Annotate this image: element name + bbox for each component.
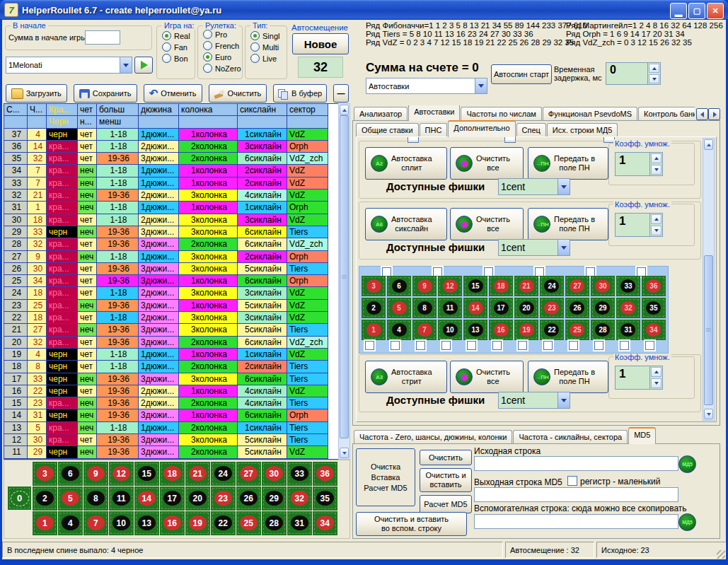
coef-spinner[interactable]: 1 (615, 213, 663, 237)
radio-roulette-french[interactable]: French (203, 41, 242, 50)
spin-down-icon[interactable] (651, 378, 661, 388)
md5-icon[interactable]: МД5 (678, 513, 696, 531)
radio-type-live[interactable]: Live (250, 54, 287, 63)
board-cell-17[interactable]: 17 (489, 298, 513, 318)
radio-dot-icon[interactable] (162, 54, 171, 63)
board-cell-26[interactable]: 26 (236, 487, 261, 511)
radio-type-multi[interactable]: Multi (250, 42, 287, 52)
board-cell-16[interactable]: 16 (160, 511, 185, 535)
close-button[interactable]: ✕ (707, 3, 724, 19)
board-cell-24[interactable]: 24 (540, 276, 564, 296)
board-cell-10[interactable]: 10 (109, 511, 134, 535)
board-cell-22[interactable]: 22 (211, 511, 236, 535)
board-cell-11[interactable]: 11 (438, 298, 462, 318)
street-checkbox[interactable] (594, 341, 603, 350)
board-cell-14[interactable]: 14 (463, 298, 487, 318)
board-cell-28[interactable]: 28 (591, 320, 615, 340)
board-cell-20[interactable]: 20 (185, 487, 210, 511)
radio-dot-icon[interactable] (162, 31, 171, 40)
tab-scroll-left[interactable] (696, 108, 708, 120)
board-cell-8[interactable]: 8 (83, 487, 108, 511)
board-cell-30[interactable]: 30 (262, 462, 287, 486)
street-checkbox[interactable] (543, 341, 553, 350)
md5-icon[interactable]: МД5 (678, 455, 696, 473)
tab-outer-3[interactable]: Функционал PsevdoMS (543, 107, 637, 121)
street-checkbox[interactable] (365, 341, 374, 350)
board-cell-35[interactable]: 35 (642, 298, 666, 318)
board-cell-8[interactable]: 8 (412, 298, 437, 318)
spin-up-icon[interactable] (651, 214, 661, 224)
delay-spinner[interactable]: 0 (606, 62, 661, 85)
radio-dot-icon[interactable] (250, 54, 260, 63)
street-checkbox[interactable] (620, 341, 629, 350)
md5-out-input[interactable] (474, 487, 678, 502)
street-checkbox[interactable] (645, 341, 654, 350)
board-cell-20[interactable]: 20 (514, 298, 538, 318)
board-cell-2[interactable]: 2 (362, 298, 386, 318)
board-cell-26[interactable]: 26 (565, 298, 589, 318)
scroll-thumb[interactable] (704, 255, 713, 405)
board-cell-5[interactable]: 5 (58, 487, 83, 511)
autospin-start-button[interactable]: Автоспин старт (491, 64, 552, 84)
coef-spinner[interactable]: 1 (615, 152, 663, 176)
coef-spinner[interactable]: 1 (615, 366, 663, 390)
board-cell-14[interactable]: 14 (134, 487, 159, 511)
board-cell-21[interactable]: 21 (514, 276, 538, 296)
board-cell-22[interactable]: 22 (540, 320, 564, 340)
chevron-down-icon[interactable] (557, 392, 570, 408)
tab-bottom-1[interactable]: Частота - сиклайны, сектора (513, 430, 628, 444)
md5-clear-paste-button[interactable]: Очистить и вставить (420, 468, 472, 492)
board-cell-9[interactable]: 9 (83, 462, 108, 486)
spins-table[interactable]: С...Ч...Кра...четбольшдюжинаколонкасиксл… (4, 103, 340, 460)
board-cell-27[interactable]: 27 (236, 462, 261, 486)
board-cell-15[interactable]: 15 (134, 462, 159, 486)
chevron-down-icon[interactable] (557, 240, 570, 255)
profile-combo[interactable]: 1Melonati (6, 57, 132, 74)
board-cell-31[interactable]: 31 (287, 511, 312, 535)
chips-combo[interactable]: 1cent (498, 392, 570, 409)
street-checkbox[interactable] (569, 341, 578, 350)
board-cell-30[interactable]: 30 (591, 276, 615, 296)
panel-scrollbar[interactable] (703, 138, 715, 421)
board-cell-25[interactable]: 25 (236, 511, 261, 535)
board-cell-3[interactable]: 3 (362, 276, 386, 296)
street-checkbox[interactable] (416, 341, 425, 350)
chips-combo[interactable]: 1cent (498, 178, 570, 195)
board-cell-6[interactable]: 6 (58, 462, 83, 486)
minimize-button[interactable]: ▬ (670, 3, 687, 19)
autobet-button[interactable]: A6Автоставка сикслайн (365, 208, 447, 240)
board-cell-32[interactable]: 32 (616, 298, 640, 318)
radio-roulette-pro[interactable]: Pro (203, 30, 242, 39)
board-cell-18[interactable]: 18 (489, 276, 513, 296)
street-checkbox[interactable] (492, 341, 502, 350)
collapse-button[interactable]: — (333, 84, 349, 103)
board-cell-1[interactable]: 1 (362, 320, 386, 340)
spin-down-icon[interactable] (651, 165, 661, 175)
board-cell-1[interactable]: 1 (33, 511, 57, 535)
radio-game-bon[interactable]: Bon (162, 54, 195, 63)
chevron-down-icon[interactable] (120, 57, 132, 73)
spin-down-icon[interactable] (651, 226, 661, 235)
board-cell-7[interactable]: 7 (412, 320, 437, 340)
new-button[interactable]: Новое (292, 33, 349, 54)
scroll-down-icon[interactable] (340, 448, 349, 458)
radio-roulette-euro[interactable]: Euro (203, 52, 242, 62)
tab-outer-2[interactable]: Частоты по числам (461, 107, 541, 121)
radio-dot-icon[interactable] (203, 30, 212, 39)
board-cell-24[interactable]: 24 (211, 462, 236, 486)
scroll-down-icon[interactable] (704, 409, 713, 419)
radio-dot-icon[interactable] (162, 42, 171, 52)
tab-inner-3[interactable]: Спец (516, 123, 546, 137)
board-cell-16[interactable]: 16 (489, 320, 513, 340)
board-cell-19[interactable]: 19 (185, 511, 210, 535)
tab-scroll-right[interactable] (708, 108, 720, 120)
undo-button[interactable]: ↶ Отменить (144, 84, 202, 103)
tab-inner-2[interactable]: Дополнительно (448, 120, 515, 137)
radio-dot-icon[interactable] (250, 31, 260, 40)
board-cell-12[interactable]: 12 (438, 276, 462, 296)
board-cell-6[interactable]: 6 (387, 276, 411, 296)
spin-down-icon[interactable] (649, 74, 659, 83)
street-checkbox[interactable] (391, 341, 400, 350)
start-sum-input[interactable] (85, 30, 120, 45)
board-cell-18[interactable]: 18 (160, 462, 185, 486)
